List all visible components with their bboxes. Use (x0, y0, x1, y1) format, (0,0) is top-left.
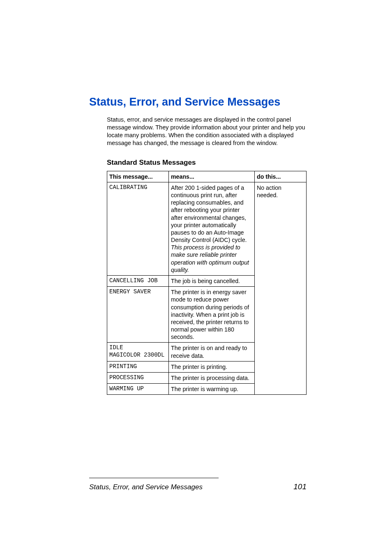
intro-paragraph: Status, error, and service messages are … (107, 116, 307, 147)
col-header-dothis: do this... (255, 171, 307, 182)
msg-cell: WARMING UP (107, 384, 169, 395)
col-header-message: This message... (107, 171, 169, 182)
page-footer: Status, Error, and Service Messages 101 (89, 478, 307, 491)
means-cell: The job is being cancelled. (169, 276, 255, 287)
means-text: After 200 1-sided pages of a continuous … (171, 184, 247, 243)
means-cell: The printer is printing. (169, 361, 255, 372)
page-number: 101 (293, 482, 307, 491)
status-messages-table: This message... means... do this... CALI… (107, 171, 307, 395)
footer-section-title: Status, Error, and Service Messages (89, 483, 203, 491)
action-cell: No action needed. (255, 182, 307, 394)
msg-cell: CANCELLING JOB (107, 276, 169, 287)
msg-line: IDLE (109, 344, 166, 352)
means-cell: The printer is on and ready to receive d… (169, 343, 255, 361)
page-title: Status, Error, and Service Messages (89, 95, 307, 108)
msg-cell: ENERGY SAVER (107, 287, 169, 343)
means-cell: The printer is processing data. (169, 372, 255, 383)
msg-line: MAGICOLOR 2300DL (109, 352, 166, 359)
means-cell: The printer is warming up. (169, 384, 255, 395)
means-cell: After 200 1-sided pages of a continuous … (169, 182, 255, 275)
msg-cell: IDLE MAGICOLOR 2300DL (107, 343, 169, 361)
table-header-row: This message... means... do this... (107, 171, 307, 182)
table-row: CALIBRATING After 200 1-sided pages of a… (107, 182, 307, 275)
col-header-means: means... (169, 171, 255, 182)
section-title: Standard Status Messages (107, 159, 307, 167)
msg-cell: PRINTING (107, 361, 169, 372)
msg-cell: CALIBRATING (107, 182, 169, 275)
footer-rule (89, 478, 219, 478)
means-cell: The printer is in energy saver mode to r… (169, 287, 255, 343)
msg-cell: PROCESSING (107, 372, 169, 383)
means-text-italic: This process is provided to make sure re… (171, 244, 249, 273)
